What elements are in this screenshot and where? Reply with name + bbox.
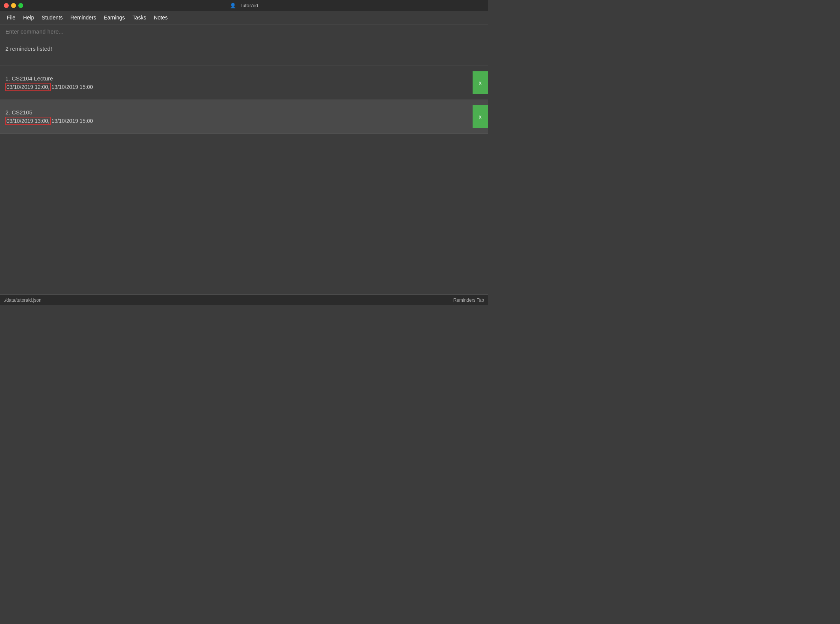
status-text: 2 reminders listed! (5, 45, 52, 52)
reminder-end-date-2: 13/10/2019 15:00 (51, 118, 93, 124)
app-title: 👤 TutorAid (230, 3, 258, 8)
user-icon: 👤 (230, 3, 236, 8)
reminder-content-1: 1. CS2104 Lecture 03/10/2019 12:00, 13/1… (5, 75, 473, 91)
reminder-item: 1. CS2104 Lecture 03/10/2019 12:00, 13/1… (0, 66, 488, 100)
close-button[interactable] (4, 3, 9, 8)
reminder-index-1: 1. (5, 75, 12, 82)
bottom-right-text: Reminders Tab (454, 298, 484, 303)
menu-bar: File Help Students Reminders Earnings Ta… (0, 11, 488, 24)
reminder-end-date-1: 13/10/2019 15:00 (51, 84, 93, 90)
menu-item-students[interactable]: Students (38, 13, 66, 22)
bottom-bar: ./data/tutoraid.json Reminders Tab (0, 294, 488, 305)
reminder-dates-1: 03/10/2019 12:00, 13/10/2019 15:00 (5, 83, 473, 91)
reminder-index-2: 2. (5, 109, 12, 116)
menu-item-help[interactable]: Help (20, 13, 37, 22)
reminder-delete-button-1[interactable]: x (473, 71, 488, 94)
command-bar (0, 24, 488, 39)
reminder-dates-2: 03/10/2019 13:00, 13/10/2019 15:00 (5, 117, 473, 125)
maximize-button[interactable] (18, 3, 23, 8)
menu-item-tasks[interactable]: Tasks (130, 13, 149, 22)
title-bar: 👤 TutorAid (0, 0, 488, 11)
status-area: 2 reminders listed! (0, 39, 488, 66)
minimize-button[interactable] (11, 3, 16, 8)
window-controls (4, 3, 23, 8)
menu-item-reminders[interactable]: Reminders (67, 13, 99, 22)
title-text: TutorAid (240, 3, 258, 8)
menu-item-notes[interactable]: Notes (151, 13, 171, 22)
menu-item-earnings[interactable]: Earnings (101, 13, 128, 22)
reminder-content-2: 2. CS2105 03/10/2019 13:00, 13/10/2019 1… (5, 109, 473, 125)
reminder-title-1: 1. CS2104 Lecture (5, 75, 473, 82)
bottom-left-text: ./data/tutoraid.json (4, 298, 42, 303)
command-input[interactable] (5, 28, 483, 35)
menu-item-file[interactable]: File (4, 13, 19, 22)
reminder-start-date-1: 03/10/2019 12:00, (5, 83, 51, 91)
reminders-list: 1. CS2104 Lecture 03/10/2019 12:00, 13/1… (0, 66, 488, 134)
reminder-start-date-2: 03/10/2019 13:00, (5, 117, 51, 125)
reminder-delete-button-2[interactable]: x (473, 105, 488, 128)
reminder-item: 2. CS2105 03/10/2019 13:00, 13/10/2019 1… (0, 100, 488, 134)
reminder-title-2: 2. CS2105 (5, 109, 473, 116)
